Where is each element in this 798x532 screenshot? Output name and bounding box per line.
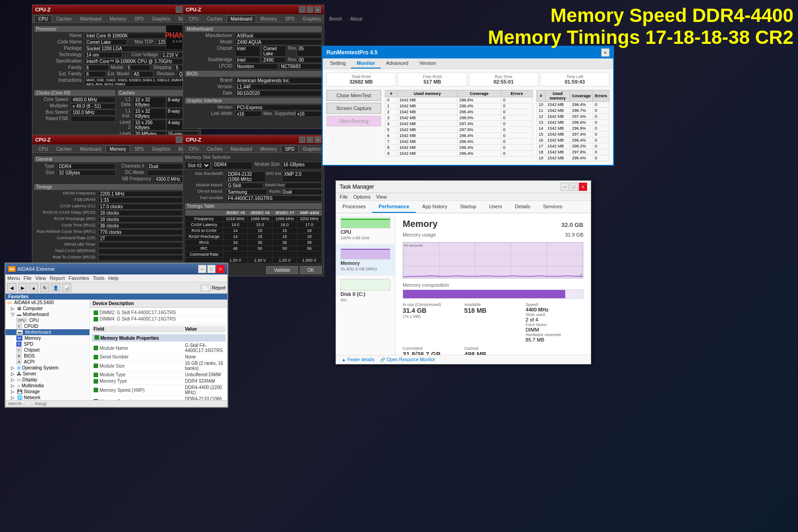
- screen-capture-btn[interactable]: Screen Capture: [326, 103, 381, 114]
- aida-menu-menu[interactable]: Menu: [7, 275, 20, 281]
- cpuz-spdtab-caches[interactable]: Caches: [203, 145, 226, 153]
- tm-menu-view[interactable]: View: [376, 194, 387, 200]
- cpuz-tab-mainboard[interactable]: Mainboard: [76, 15, 105, 22]
- cpuz-memtab-cpu[interactable]: CPU: [34, 145, 52, 153]
- tm-close-btn[interactable]: ×: [579, 183, 587, 191]
- tm-open-resmon[interactable]: 🔗 Open Resource Monitor: [380, 357, 435, 362]
- memtest-tab-setting[interactable]: Setting: [325, 58, 351, 68]
- cpuz-memtab-graphics[interactable]: Graphics: [148, 145, 174, 153]
- memtest-right-td: 296.9%: [570, 126, 593, 132]
- aida-tree-memory[interactable]: M Memory: [5, 335, 89, 341]
- cpuz-mbtab-memory[interactable]: Memory: [256, 15, 281, 22]
- aida-menu-report[interactable]: Report: [50, 275, 65, 281]
- cpuz-spdtab-graphics[interactable]: Graphics: [299, 145, 325, 153]
- tm-avail-val: 518 MB: [464, 307, 522, 314]
- cpuz-cpu-minimize[interactable]: _: [176, 6, 182, 13]
- aida-back-btn[interactable]: ◀: [7, 283, 16, 292]
- ok-btn[interactable]: OK: [300, 266, 322, 274]
- aida-maximize-btn[interactable]: □: [207, 265, 215, 273]
- tm-tab-processes[interactable]: Processes: [336, 201, 372, 213]
- aida-tree-motherboard[interactable]: ▽ ▬ Motherboard: [5, 311, 89, 317]
- aida-menu-file[interactable]: File: [24, 275, 32, 281]
- cpuz-mbtab-mainboard[interactable]: Mainboard: [226, 15, 256, 22]
- aida-tree-server[interactable]: ▷ 🖧 Server: [5, 371, 89, 377]
- aida-tree-network[interactable]: ▷ 🌐 Network: [5, 395, 89, 400]
- aida-menu-favorites[interactable]: Favorites: [68, 275, 89, 281]
- memtest-tab-advanced[interactable]: Advanced: [381, 58, 414, 68]
- cpuz-memtab-caches[interactable]: Caches: [52, 145, 76, 153]
- cpuz-spd-minimize[interactable]: _: [299, 137, 305, 143]
- cpuz-mbtab-bench[interactable]: Bench: [325, 15, 346, 22]
- aida-minimize-btn[interactable]: ─: [198, 265, 206, 273]
- aida-up-btn[interactable]: ▲: [29, 283, 38, 292]
- tm-tab-users[interactable]: Users: [483, 201, 509, 213]
- aida-tree-cpu[interactable]: CPU CPU: [5, 317, 89, 323]
- cpuz-tab-memory[interactable]: Memory: [105, 15, 130, 22]
- validate-btn[interactable]: Validate: [266, 266, 298, 274]
- tm-tab-performance[interactable]: Performance: [372, 201, 415, 213]
- aida-forward-btn[interactable]: ▶: [18, 283, 27, 292]
- slot-dropdown[interactable]: Slot #2: [185, 162, 210, 169]
- aida-refresh-btn[interactable]: ↻: [40, 283, 49, 292]
- cpuz-spdtab-cpu[interactable]: CPU: [185, 145, 203, 153]
- aida-tree-os[interactable]: ▷ ⊞ Operating System: [5, 365, 89, 371]
- tm-minimize-btn[interactable]: ─: [561, 183, 569, 191]
- cpuz-mbtab-caches[interactable]: Caches: [203, 15, 226, 22]
- tm-device-memory[interactable]: Memory 31.4/31.9 GB (98%): [336, 244, 395, 275]
- aida-tree-bios[interactable]: B BIOS: [5, 353, 89, 359]
- tm-device-cpu[interactable]: CPU 100% 4.88 GHz: [336, 213, 395, 244]
- tm-tab-services[interactable]: Services: [536, 201, 568, 213]
- tm-fewer-details[interactable]: ▲ Fewer details: [341, 357, 374, 362]
- aida-user-btn[interactable]: 👤: [51, 283, 60, 292]
- spd-partnum-row: Part Number F4-4400C17-16GTRS: [185, 195, 322, 201]
- tm-tab-details[interactable]: Details: [509, 201, 537, 213]
- aida-chart-btn[interactable]: 📊: [62, 283, 71, 292]
- cpuz-memtab-memory[interactable]: Memory: [105, 145, 130, 153]
- memtest-right-td: 1542 MB: [546, 137, 570, 143]
- memtest-tab-monitor[interactable]: Monitor: [351, 58, 380, 68]
- cpuz-mbtab-cpu[interactable]: CPU: [185, 15, 203, 22]
- memtest-close-btn[interactable]: ×: [601, 48, 609, 57]
- tm-device-disk[interactable]: Disk 0 (C:) 0%: [336, 275, 395, 306]
- start-burning-btn[interactable]: Start Burning: [326, 116, 381, 126]
- cpuz-spdtab-spd[interactable]: SPD: [281, 145, 299, 153]
- cpuz-mb-close[interactable]: ×: [315, 6, 321, 13]
- aida-menu-help[interactable]: Help: [108, 275, 119, 281]
- cpuz-tab-graphics[interactable]: Graphics: [148, 15, 174, 22]
- cpuz-tab-cpu[interactable]: CPU: [34, 15, 52, 22]
- aida-tree-chipset[interactable]: C Chipset: [5, 347, 89, 353]
- aida-tree-cpuid[interactable]: C CPUID: [5, 323, 89, 329]
- cpuz-mbtab-about[interactable]: About: [346, 15, 366, 22]
- cpuz-spdtab-memory[interactable]: Memory: [256, 145, 281, 153]
- tm-maximize-btn[interactable]: □: [570, 183, 578, 191]
- tm-tab-startup[interactable]: Startup: [454, 201, 483, 213]
- tm-menu-options[interactable]: Options: [353, 194, 371, 200]
- aida-tree-acpi[interactable]: A ACPI: [5, 359, 89, 365]
- memtest-tab-version[interactable]: Version: [414, 58, 442, 68]
- cpuz-memtab-mainboard[interactable]: Mainboard: [76, 145, 105, 153]
- aida-tree-multimedia[interactable]: ▷ ♫ Multimedia: [5, 383, 89, 389]
- cpuz-mb-maximize[interactable]: □: [307, 6, 313, 13]
- tm-tab-apphistory[interactable]: App history: [416, 201, 454, 213]
- cpuz-spd-close[interactable]: ×: [315, 137, 321, 143]
- aida-close-btn[interactable]: ×: [216, 265, 225, 273]
- cpuz-spd-maximize[interactable]: □: [307, 137, 313, 143]
- aida-tree-mb-selected[interactable]: ▬ Motherboard: [5, 329, 89, 335]
- aida-tree-spd[interactable]: S SPD: [5, 341, 89, 347]
- cpuz-mb-minimize[interactable]: _: [299, 6, 305, 13]
- close-memtest-btn[interactable]: Close MemTest: [326, 90, 381, 101]
- cpuz-mbtab-spd[interactable]: SPD: [281, 15, 299, 22]
- aida-tree-display[interactable]: ▷ ▭ Display: [5, 377, 89, 383]
- cpuz-mbtab-graphics[interactable]: Graphics: [299, 15, 325, 22]
- cpuz-spdtab-mainboard[interactable]: Mainboard: [226, 145, 256, 153]
- aida-menu-view[interactable]: View: [35, 275, 46, 281]
- aida-tree-computer[interactable]: ▷ 🖥 Computer: [5, 306, 89, 311]
- tm-menu-file[interactable]: File: [340, 194, 348, 200]
- aida-tree-storage[interactable]: ▷ 💾 Storage: [5, 389, 89, 395]
- mb-chipset-intel: Intel: [235, 46, 260, 57]
- cpuz-tab-caches[interactable]: Caches: [52, 15, 76, 22]
- cpuz-tab-spd[interactable]: SPD: [130, 15, 148, 22]
- cpuz-mem-minimize[interactable]: _: [176, 137, 182, 143]
- cpuz-memtab-spd[interactable]: SPD: [130, 145, 148, 153]
- aida-menu-tools[interactable]: Tools: [93, 275, 105, 281]
